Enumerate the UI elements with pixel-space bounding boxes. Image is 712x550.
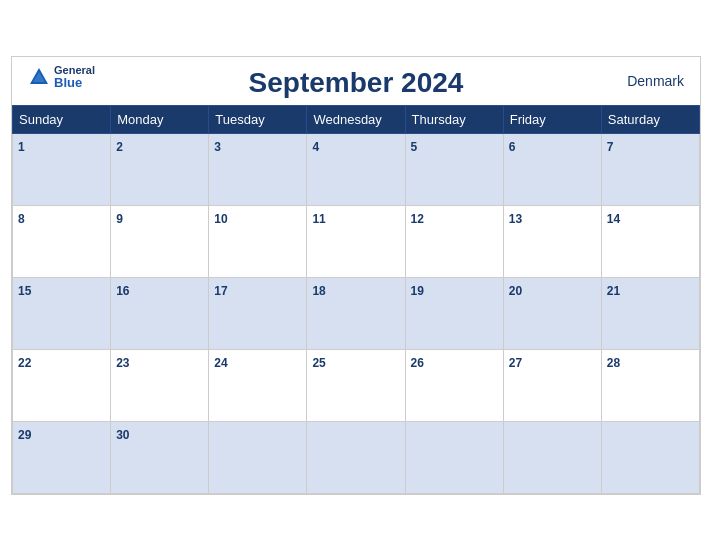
col-tuesday: Tuesday (209, 105, 307, 133)
day-number: 9 (116, 212, 123, 226)
day-number: 11 (312, 212, 325, 226)
col-wednesday: Wednesday (307, 105, 405, 133)
calendar-cell: 16 (111, 277, 209, 349)
calendar-cell: 24 (209, 349, 307, 421)
day-number: 13 (509, 212, 522, 226)
col-friday: Friday (503, 105, 601, 133)
calendar-cell: 9 (111, 205, 209, 277)
calendar-cell: 30 (111, 421, 209, 493)
calendar-body: 1234567891011121314151617181920212223242… (13, 133, 700, 493)
day-number: 24 (214, 356, 227, 370)
calendar-cell: 6 (503, 133, 601, 205)
calendar: General Blue September 2024 Denmark Sund… (11, 56, 701, 495)
calendar-cell (503, 421, 601, 493)
day-number: 27 (509, 356, 522, 370)
day-number: 10 (214, 212, 227, 226)
calendar-cell: 21 (601, 277, 699, 349)
day-number: 21 (607, 284, 620, 298)
col-sunday: Sunday (13, 105, 111, 133)
day-number: 23 (116, 356, 129, 370)
calendar-cell (601, 421, 699, 493)
day-number: 16 (116, 284, 129, 298)
day-number: 29 (18, 428, 31, 442)
calendar-cell: 4 (307, 133, 405, 205)
calendar-cell: 28 (601, 349, 699, 421)
calendar-cell: 10 (209, 205, 307, 277)
calendar-cell: 22 (13, 349, 111, 421)
calendar-cell: 13 (503, 205, 601, 277)
day-number: 22 (18, 356, 31, 370)
calendar-cell: 5 (405, 133, 503, 205)
logo-icon (28, 66, 50, 88)
calendar-week-row: 891011121314 (13, 205, 700, 277)
calendar-cell: 7 (601, 133, 699, 205)
calendar-cell: 11 (307, 205, 405, 277)
calendar-title: September 2024 (249, 67, 464, 99)
calendar-cell: 15 (13, 277, 111, 349)
day-number: 17 (214, 284, 227, 298)
calendar-cell: 20 (503, 277, 601, 349)
col-monday: Monday (111, 105, 209, 133)
calendar-cell: 23 (111, 349, 209, 421)
day-number: 7 (607, 140, 614, 154)
day-number: 6 (509, 140, 516, 154)
day-number: 26 (411, 356, 424, 370)
country-label: Denmark (627, 73, 684, 89)
calendar-cell: 29 (13, 421, 111, 493)
logo-general: General (54, 65, 95, 76)
day-number: 20 (509, 284, 522, 298)
calendar-cell: 26 (405, 349, 503, 421)
calendar-cell (307, 421, 405, 493)
calendar-cell: 12 (405, 205, 503, 277)
calendar-cell: 17 (209, 277, 307, 349)
calendar-week-row: 2930 (13, 421, 700, 493)
calendar-cell: 18 (307, 277, 405, 349)
calendar-cell: 14 (601, 205, 699, 277)
calendar-cell: 27 (503, 349, 601, 421)
day-number: 8 (18, 212, 25, 226)
calendar-cell: 3 (209, 133, 307, 205)
day-number: 1 (18, 140, 25, 154)
calendar-week-row: 22232425262728 (13, 349, 700, 421)
day-number: 30 (116, 428, 129, 442)
day-number: 14 (607, 212, 620, 226)
calendar-cell (405, 421, 503, 493)
calendar-cell: 1 (13, 133, 111, 205)
calendar-cell: 8 (13, 205, 111, 277)
day-number: 15 (18, 284, 31, 298)
logo-blue: Blue (54, 76, 82, 89)
day-number: 5 (411, 140, 418, 154)
calendar-cell (209, 421, 307, 493)
day-number: 4 (312, 140, 319, 154)
day-number: 2 (116, 140, 123, 154)
calendar-header: General Blue September 2024 Denmark (12, 57, 700, 105)
calendar-week-row: 1234567 (13, 133, 700, 205)
weekday-header-row: Sunday Monday Tuesday Wednesday Thursday… (13, 105, 700, 133)
day-number: 28 (607, 356, 620, 370)
day-number: 18 (312, 284, 325, 298)
day-number: 12 (411, 212, 424, 226)
calendar-cell: 25 (307, 349, 405, 421)
col-thursday: Thursday (405, 105, 503, 133)
calendar-cell: 19 (405, 277, 503, 349)
calendar-week-row: 15161718192021 (13, 277, 700, 349)
col-saturday: Saturday (601, 105, 699, 133)
day-number: 25 (312, 356, 325, 370)
calendar-cell: 2 (111, 133, 209, 205)
calendar-table: Sunday Monday Tuesday Wednesday Thursday… (12, 105, 700, 494)
day-number: 19 (411, 284, 424, 298)
logo: General Blue (28, 65, 95, 89)
day-number: 3 (214, 140, 221, 154)
